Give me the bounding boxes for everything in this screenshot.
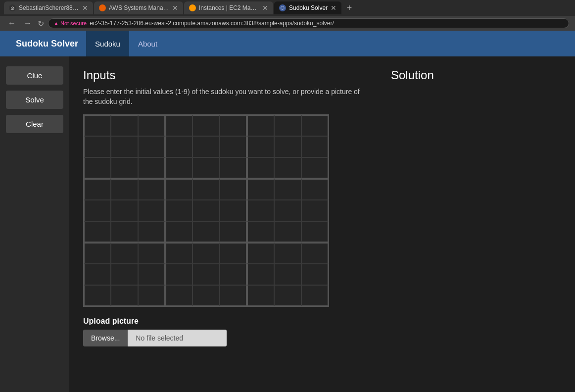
sudoku-cell-5-2[interactable] [138, 221, 165, 243]
refresh-button[interactable]: ↻ [38, 19, 44, 28]
clue-button[interactable]: Clue [6, 66, 63, 85]
sudoku-cell-4-7[interactable] [274, 200, 301, 221]
sudoku-cell-2-3[interactable] [165, 157, 192, 179]
sudoku-cell-1-4[interactable] [192, 136, 220, 157]
sudoku-cell-0-4[interactable] [192, 115, 220, 136]
sudoku-cell-1-5[interactable] [220, 136, 247, 157]
url-bar[interactable]: ▲ Not secure ec2-35-177-253-206.eu-west-… [48, 18, 569, 28]
sudoku-cell-7-0[interactable] [84, 264, 111, 285]
sudoku-cell-6-3[interactable] [165, 243, 192, 264]
sudoku-cell-0-6[interactable] [247, 115, 274, 136]
sudoku-cell-5-4[interactable] [192, 221, 220, 243]
sudoku-cell-7-4[interactable] [192, 264, 220, 285]
new-tab-button[interactable]: + [342, 1, 356, 14]
tab-sudoku-close[interactable]: ✕ [331, 4, 336, 12]
sudoku-cell-2-8[interactable] [301, 157, 329, 179]
sudoku-cell-8-0[interactable] [84, 285, 111, 306]
sudoku-cell-7-5[interactable] [220, 264, 247, 285]
sudoku-cell-4-8[interactable] [301, 200, 329, 221]
sudoku-cell-5-5[interactable] [220, 221, 247, 243]
sudoku-cell-1-1[interactable] [111, 136, 138, 157]
sudoku-cell-1-7[interactable] [274, 136, 301, 157]
sudoku-cell-3-7[interactable] [274, 179, 301, 200]
forward-button[interactable]: → [22, 18, 34, 29]
tab-github[interactable]: ⊙ SebastianScherer88/sudoku_solv ✕ [4, 1, 93, 14]
solve-button[interactable]: Solve [6, 91, 63, 109]
sudoku-cell-5-8[interactable] [301, 221, 329, 243]
sudoku-cell-4-2[interactable] [138, 200, 165, 221]
sudoku-cell-3-8[interactable] [301, 179, 329, 200]
sudoku-cell-0-2[interactable] [138, 115, 165, 136]
sudoku-cell-3-3[interactable] [165, 179, 192, 200]
sudoku-cell-8-4[interactable] [192, 285, 220, 306]
sudoku-cell-2-0[interactable] [84, 157, 111, 179]
sudoku-cell-4-4[interactable] [192, 200, 220, 221]
sudoku-cell-7-3[interactable] [165, 264, 192, 285]
sudoku-cell-2-1[interactable] [111, 157, 138, 179]
sudoku-cell-7-6[interactable] [247, 264, 274, 285]
sudoku-cell-6-6[interactable] [247, 243, 274, 264]
sudoku-cell-0-3[interactable] [165, 115, 192, 136]
sudoku-cell-4-3[interactable] [165, 200, 192, 221]
sudoku-cell-3-4[interactable] [192, 179, 220, 200]
sudoku-cell-3-0[interactable] [84, 179, 111, 200]
sudoku-cell-1-6[interactable] [247, 136, 274, 157]
clear-button[interactable]: Clear [6, 115, 63, 133]
tab-github-close[interactable]: ✕ [82, 4, 88, 12]
sudoku-cell-7-7[interactable] [274, 264, 301, 285]
sudoku-cell-1-3[interactable] [165, 136, 192, 157]
sudoku-cell-3-2[interactable] [138, 179, 165, 200]
sudoku-cell-1-2[interactable] [138, 136, 165, 157]
sudoku-cell-8-7[interactable] [274, 285, 301, 306]
sudoku-cell-2-5[interactable] [220, 157, 247, 179]
sudoku-cell-3-1[interactable] [111, 179, 138, 200]
sudoku-cell-5-0[interactable] [84, 221, 111, 243]
sudoku-cell-0-8[interactable] [301, 115, 329, 136]
sudoku-cell-4-6[interactable] [247, 200, 274, 221]
sudoku-cell-7-8[interactable] [301, 264, 329, 285]
sudoku-cell-0-1[interactable] [111, 115, 138, 136]
sudoku-cell-4-1[interactable] [111, 200, 138, 221]
sudoku-cell-5-6[interactable] [247, 221, 274, 243]
back-button[interactable]: ← [6, 18, 18, 29]
sudoku-cell-8-1[interactable] [111, 285, 138, 306]
sudoku-cell-6-0[interactable] [84, 243, 111, 264]
sudoku-cell-8-3[interactable] [165, 285, 192, 306]
nav-about[interactable]: About [129, 31, 166, 56]
tab-ec2-close[interactable]: ✕ [262, 4, 268, 12]
sudoku-cell-6-1[interactable] [111, 243, 138, 264]
sudoku-cell-8-8[interactable] [301, 285, 329, 306]
nav-sudoku[interactable]: Sudoku [86, 31, 129, 56]
sudoku-cell-3-5[interactable] [220, 179, 247, 200]
sudoku-cell-6-8[interactable] [301, 243, 329, 264]
sudoku-cell-0-0[interactable] [84, 115, 111, 136]
sudoku-cell-0-7[interactable] [274, 115, 301, 136]
tab-aws[interactable]: AWS Systems Manager - Session ✕ [94, 1, 183, 14]
sudoku-cell-8-2[interactable] [138, 285, 165, 306]
sudoku-cell-3-6[interactable] [247, 179, 274, 200]
sudoku-cell-0-5[interactable] [220, 115, 247, 136]
sudoku-cell-2-4[interactable] [192, 157, 220, 179]
sudoku-cell-7-2[interactable] [138, 264, 165, 285]
sudoku-cell-7-1[interactable] [111, 264, 138, 285]
sudoku-cell-4-5[interactable] [220, 200, 247, 221]
browse-button[interactable]: Browse... [83, 330, 128, 346]
sudoku-cell-6-7[interactable] [274, 243, 301, 264]
sudoku-cell-6-4[interactable] [192, 243, 220, 264]
sudoku-cell-5-7[interactable] [274, 221, 301, 243]
sudoku-cell-1-8[interactable] [301, 136, 329, 157]
sudoku-cell-2-6[interactable] [247, 157, 274, 179]
sudoku-cell-4-0[interactable] [84, 200, 111, 221]
sudoku-cell-8-6[interactable] [247, 285, 274, 306]
sudoku-cell-6-2[interactable] [138, 243, 165, 264]
tab-aws-close[interactable]: ✕ [172, 4, 178, 12]
sudoku-cell-2-7[interactable] [274, 157, 301, 179]
sudoku-cell-2-2[interactable] [138, 157, 165, 179]
sudoku-cell-8-5[interactable] [220, 285, 247, 306]
sudoku-cell-6-5[interactable] [220, 243, 247, 264]
sudoku-cell-5-1[interactable] [111, 221, 138, 243]
sudoku-cell-5-3[interactable] [165, 221, 192, 243]
sudoku-cell-1-0[interactable] [84, 136, 111, 157]
tab-ec2[interactable]: Instances | EC2 Management Co ✕ [184, 1, 273, 14]
tab-sudoku[interactable]: ⬡ Sudoku Solver ✕ [274, 1, 341, 14]
